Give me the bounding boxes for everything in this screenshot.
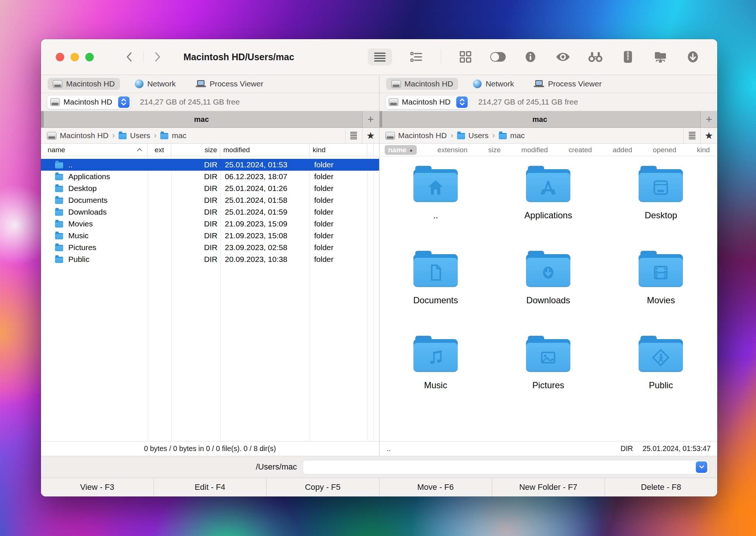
place-label: Macintosh HD [405,79,453,88]
column-header-modified[interactable]: modified [521,146,548,154]
download-button[interactable] [685,48,701,65]
add-tab-button[interactable]: + [362,111,379,127]
star-icon: ★ [366,131,375,140]
delete-f8-button[interactable]: Delete - F8 [605,478,718,496]
move-f6-button[interactable]: Move - F6 [379,478,492,496]
column-header-name[interactable]: name [41,144,148,156]
globe-icon [135,79,144,88]
grid-item-music[interactable]: Music [413,336,458,421]
place-tab-network[interactable]: Network [130,78,181,90]
table-row-applications[interactable]: Applications DIR 06.12.2023, 18:07 folde… [41,171,379,182]
view-options-button[interactable] [345,128,362,143]
column-header-extension[interactable]: extension [437,146,467,154]
column-header-name[interactable]: name ▲ [385,145,417,155]
grid-view-icon [460,51,471,63]
info-button[interactable] [522,48,539,65]
close-button[interactable] [56,53,64,61]
breadcrumb-item-users[interactable]: Users [118,131,150,140]
favorites-button[interactable]: ★ [362,128,379,143]
drive-selector[interactable]: Macintosh HD [385,95,470,109]
archive-button[interactable] [620,48,636,65]
grid-item-applications[interactable]: Applications [525,166,572,251]
grid-item-public[interactable]: Public [639,336,683,421]
column-header-opened[interactable]: opened [653,146,676,154]
grid-item-documents[interactable]: Documents [413,251,458,336]
back-button[interactable] [123,50,136,64]
folder-appstore-icon [55,174,63,180]
table-row-pictures[interactable]: Pictures DIR 23.09.2023, 02:58 folder [41,242,379,253]
place-tab-macintosh-hd[interactable]: Macintosh HD [48,78,120,90]
drive-name: Macintosh HD [402,98,453,106]
view-f3-button[interactable]: View - F3 [41,478,154,496]
network-share-button[interactable] [652,48,669,65]
place-tab-macintosh-hd[interactable]: Macintosh HD [386,78,458,90]
table-row-music[interactable]: Music DIR 21.09.2023, 15:08 folder [41,230,379,242]
chevron-left-icon [126,52,132,62]
table-row-movies[interactable]: Movies DIR 21.09.2023, 15:09 folder [41,218,379,230]
folder-public-icon [55,257,63,263]
folder-home-icon [499,133,507,139]
table-row-public[interactable]: Public DIR 20.09.2023, 10:38 folder [41,253,379,265]
place-tab-process-viewer[interactable]: Process Viewer [190,78,269,90]
grid-item-pictures[interactable]: Pictures [526,336,570,421]
pane-tab-mac[interactable]: mac [379,115,701,124]
grid-item-parent[interactable]: .. [413,166,458,251]
grid-item-downloads[interactable]: Downloads [526,251,570,336]
table-row-desktop[interactable]: Desktop DIR 25.01.2024, 01:26 folder [41,182,379,194]
breadcrumb-item-macintosh-hd[interactable]: Macintosh HD [385,131,447,140]
hidden-files-toggle[interactable] [490,48,506,65]
network-folder-icon [653,51,667,63]
column-header-created[interactable]: created [568,146,592,154]
grid-view-button[interactable] [457,48,474,65]
column-header-modified[interactable]: modified [220,144,310,156]
hard-drive-icon [385,132,395,140]
drive-selector[interactable]: Macintosh HD [47,95,131,109]
table-row-parent[interactable]: .. DIR 25.01.2024, 01:53 folder [41,159,379,171]
column-header-added[interactable]: added [613,146,632,154]
place-label: Macintosh HD [66,79,115,88]
pane-tab-mac[interactable]: mac [41,115,362,124]
column-header-size[interactable]: size [171,144,220,156]
favorites-button[interactable]: ★ [700,128,717,143]
column-header-filler [367,144,374,156]
folder-music-icon [55,233,63,239]
hard-drive-icon [47,132,56,140]
preview-button[interactable] [555,48,571,65]
place-tab-process-viewer[interactable]: Process Viewer [529,78,607,90]
copy-f5-button[interactable]: Copy - F5 [267,478,379,496]
right-pane: Macintosh HD Network Process Viewer Maci… [379,75,718,456]
zoom-button[interactable] [85,53,94,61]
place-tab-network[interactable]: Network [468,78,519,90]
chevron-right-icon [155,52,161,62]
command-history-button[interactable] [696,461,707,473]
list-view-button[interactable] [368,48,392,65]
view-options-button[interactable] [683,128,700,143]
breadcrumb-separator: › [450,131,453,140]
minimize-button[interactable] [71,53,79,61]
left-pane: Macintosh HD Network Process Viewer Maci… [41,75,379,456]
grid-item-desktop[interactable]: Desktop [639,166,683,251]
column-header-size[interactable]: size [488,146,501,154]
column-header-kind[interactable]: kind [310,144,367,156]
folder-users-icon [118,133,127,139]
edit-f4-button[interactable]: Edit - F4 [154,478,267,496]
breadcrumb-item-mac[interactable]: mac [160,131,186,140]
column-header-kind[interactable]: kind [697,146,710,154]
table-row-downloads[interactable]: Downloads DIR 25.01.2024, 01:59 folder [41,206,379,218]
breadcrumb-item-mac[interactable]: mac [499,131,525,140]
function-bar: View - F3 Edit - F4 Copy - F5 Move - F6 … [41,478,717,496]
table-row-documents[interactable]: Documents DIR 25.01.2024, 01:58 folder [41,194,379,206]
search-button[interactable] [587,48,604,65]
window-title: Macintosh HD/Users/mac [183,52,294,62]
column-header-ext[interactable]: ext [148,144,171,156]
grid-item-movies[interactable]: Movies [639,251,683,336]
detail-view-button[interactable] [408,48,425,65]
new-folder-f7-button[interactable]: New Folder - F7 [492,478,605,496]
breadcrumb-item-macintosh-hd[interactable]: Macintosh HD [47,131,109,140]
command-path-label: /Users/mac [256,462,297,472]
forward-button[interactable] [151,50,164,64]
add-tab-button[interactable]: + [700,111,717,127]
breadcrumb: Macintosh HD › Users › mac ★ [379,128,718,144]
command-input[interactable] [307,460,696,474]
breadcrumb-item-users[interactable]: Users [457,131,489,140]
